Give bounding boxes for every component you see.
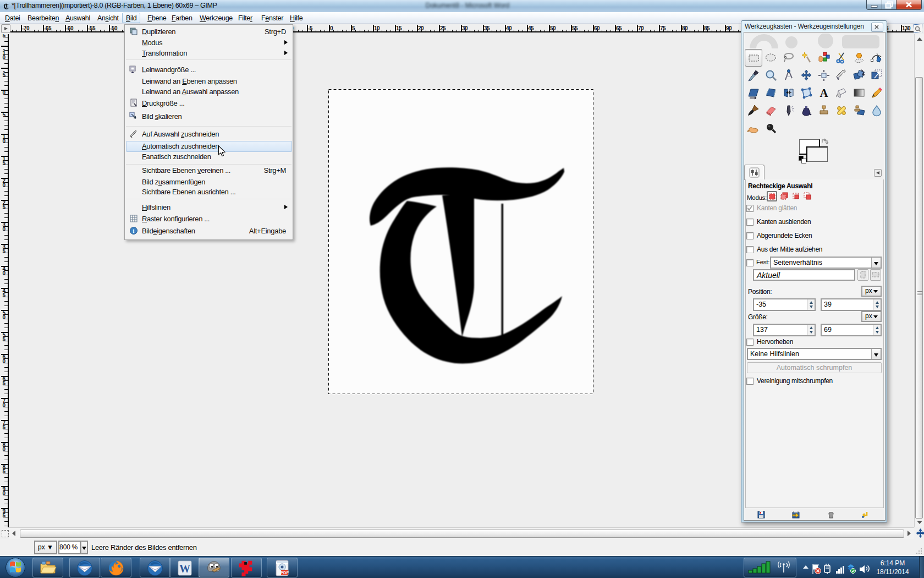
svg-text:W: W — [179, 563, 190, 575]
svg-text:i: i — [133, 228, 135, 234]
svg-text:A: A — [820, 86, 828, 100]
svg-text:PDF: PDF — [280, 570, 289, 575]
